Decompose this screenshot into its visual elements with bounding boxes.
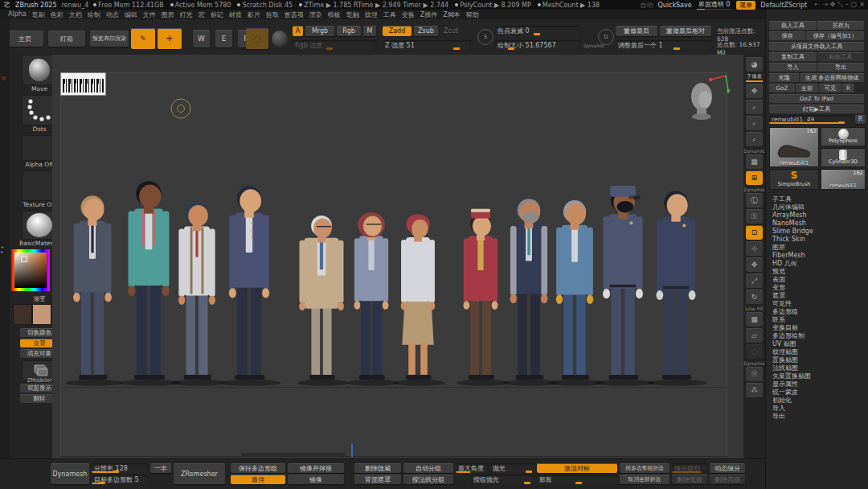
tool-panel-button-载入工具[interactable]: 载入工具 — [769, 21, 817, 30]
delete-hidden-button[interactable]: 删除隐藏 — [354, 463, 401, 473]
active-tool-thumbnail[interactable]: 162 renwubili1 — [769, 127, 819, 167]
maximize-icon[interactable]: ▢ — [851, 1, 858, 9]
menu-item-Alpha[interactable]: Alpha — [8, 10, 27, 19]
subpalette-置换贴图[interactable]: 置换贴图 — [766, 355, 868, 364]
subpalette-可见性[interactable]: 可见性 — [766, 299, 868, 307]
menu-item-文档[interactable]: 文档 — [69, 10, 82, 19]
delete-higher-button[interactable]: 删除高级 — [710, 475, 745, 484]
menu-item-绘制[interactable]: 绘制 — [88, 10, 100, 19]
tray-handle-marker[interactable] — [2, 76, 6, 80]
aa-half-icon[interactable]: ⌕ — [746, 132, 763, 146]
subpalette-变形[interactable]: 变形 — [766, 283, 868, 291]
subpalette-Slime Bridge[interactable]: Slime Bridge — [766, 227, 868, 235]
xpose-icon[interactable]: ⁂ — [746, 383, 763, 397]
subpalette-UV 贴图[interactable]: UV 贴图 — [766, 339, 868, 347]
mirror-and-weld-button[interactable]: 镜像并焊接 — [288, 463, 344, 473]
see-through-icon[interactable]: ▱ — [746, 328, 763, 343]
subpalette-法线贴图[interactable]: 法线贴图 — [766, 364, 868, 372]
menu-item-模板[interactable]: 模板 — [328, 10, 341, 19]
menu-item-灯光[interactable]: 灯光 — [180, 10, 193, 19]
dynamic-subdiv-button[interactable]: 动态细分 — [710, 463, 745, 473]
subpalette-HD 几何[interactable]: HD 几何 — [766, 259, 868, 267]
polish-slider[interactable]: 抛光 — [490, 463, 534, 473]
subpalette-矢量置换贴图[interactable]: 矢量置换贴图 — [766, 372, 868, 380]
backface-mask-button[interactable]: 背面遮罩 — [354, 475, 401, 484]
bpr-render-icon[interactable]: ◕ — [746, 57, 763, 72]
tool-panel-button-导出[interactable]: 导出 — [817, 63, 864, 72]
viewport-canvas[interactable] — [52, 55, 743, 458]
inflate-slider[interactable]: 膨胀 — [537, 475, 617, 484]
menu-item-笔触[interactable]: 笔触 — [346, 10, 359, 19]
redo-history-icon[interactable]: ⇢ — [822, 1, 828, 9]
menu-item-笔刷[interactable]: 笔刷 — [32, 10, 45, 19]
menu-item-帮助[interactable]: 帮助 — [466, 10, 479, 19]
sculptris-pro-button[interactable]: ◌ — [246, 28, 268, 49]
secondary-color-swatch[interactable] — [32, 304, 51, 325]
subpalette-导入[interactable]: 导入 — [766, 404, 868, 412]
scale-gizmo-button[interactable]: E — [215, 30, 232, 47]
minimize-icon[interactable]: – — [845, 1, 849, 9]
tool-panel-button-可见[interactable]: 可见 — [819, 84, 841, 92]
tool-slider-r-button[interactable]: R — [855, 115, 866, 124]
activate-symmetry-button[interactable]: 激活对称 — [537, 463, 617, 473]
menu-item-文件[interactable]: 文件 — [143, 10, 156, 19]
zremesher-button[interactable]: ZRemesher — [174, 463, 225, 484]
menu-item-Z插件[interactable]: Z插件 — [420, 10, 437, 19]
ghost-transparency-icon[interactable]: ◌ — [746, 344, 763, 359]
subpalette-几何体编辑[interactable]: 几何体编辑 — [766, 203, 868, 211]
material-preview-icon[interactable] — [272, 31, 288, 47]
subpalette-联系[interactable]: 联系 — [766, 315, 868, 323]
move-view-icon[interactable]: ✥ — [746, 257, 763, 272]
channel-a-button[interactable]: A — [293, 26, 303, 36]
color-picker-cursor[interactable] — [21, 256, 27, 262]
menu-item-纹理[interactable]: 纹理 — [365, 10, 378, 19]
draw-pointer-button[interactable]: ✛ — [158, 28, 182, 49]
menu-toggle-button[interactable]: 菜单 — [736, 1, 755, 10]
max-angle-slider[interactable]: 最大角度 — [456, 463, 488, 473]
menu-item-标记[interactable]: 标记 — [211, 10, 223, 19]
focal-falloff-slider[interactable]: 焦点衰减 0 — [495, 26, 580, 35]
subpalette-显示属性[interactable]: 显示属性 — [766, 380, 868, 388]
scale-view-icon[interactable]: ⤢ — [746, 273, 763, 288]
tool-panel-button-生成 多边形网格物体[interactable]: 生成 多边形网格物体 — [800, 73, 864, 82]
character-blue-suit-yellow-gloves[interactable] — [548, 200, 604, 386]
mrgb-button[interactable]: Mrgb — [305, 26, 334, 36]
floor-grid-icon[interactable]: ⊞ — [746, 171, 763, 185]
subpalette-Thick Skin[interactable]: Thick Skin — [766, 235, 868, 243]
polyframe-icon[interactable]: ▦ — [746, 312, 763, 327]
tool-scale-slider[interactable]: renwubili1. 49 — [769, 115, 853, 124]
subpalette-导出[interactable]: 导出 — [766, 412, 868, 420]
subpalette-预览[interactable]: 预览 — [766, 267, 868, 275]
zoom3d-icon[interactable]: ⌕ — [746, 100, 763, 114]
group-by-normals-button[interactable]: 按法线分组 — [403, 475, 453, 484]
character-officer-flat-cap[interactable] — [595, 186, 654, 386]
best-button[interactable]: 最佳 — [231, 475, 285, 484]
subpalette-初始化[interactable]: 初始化 — [766, 396, 868, 404]
subdivision-level-slider[interactable]: 细分级别 — [672, 463, 707, 473]
solo-icon[interactable]: ☉ — [746, 367, 763, 381]
rgb-intensity-slider[interactable]: Rgb 强度 — [293, 40, 376, 50]
scroll-doc-icon[interactable]: ✥ — [746, 84, 763, 98]
tool-panel-button-GoZ To iPad[interactable]: GoZ To iPad — [769, 94, 864, 103]
menu-item-材质[interactable]: 材质 — [229, 10, 242, 19]
subpalette-统一蒙皮[interactable]: 统一蒙皮 — [766, 388, 868, 396]
character-woman-headscarf[interactable] — [394, 214, 445, 386]
character-vest-bartender[interactable] — [502, 199, 559, 386]
subpalette-图层[interactable]: 图层 — [766, 243, 868, 251]
menu-item-变换[interactable]: 变换 — [402, 10, 415, 19]
character-officer-navy-uniform[interactable] — [648, 191, 706, 386]
tool-panel-button-保存（编号加1）[interactable]: 保存（编号加1） — [806, 31, 864, 40]
zadd-button[interactable]: Zadd — [383, 26, 411, 36]
edit-object-button[interactable]: ✎ — [131, 28, 155, 49]
zcut-button[interactable]: Zcut — [440, 26, 461, 36]
m-button[interactable]: M — [363, 26, 376, 36]
character-navy-coat-man[interactable] — [220, 186, 280, 386]
color-picker[interactable] — [11, 249, 50, 291]
subpalette-FiberMesh[interactable]: FiberMesh — [766, 251, 868, 259]
character-suspenders-clerk[interactable] — [171, 202, 227, 386]
tool-panel-button-GoZ[interactable]: GoZ — [769, 84, 795, 92]
frame-mesh-icon[interactable]: ⊡ — [746, 225, 763, 240]
menu-item-动态[interactable]: 动态 — [106, 10, 119, 19]
undo-history-icon[interactable]: ⇠ — [814, 1, 820, 9]
zsub-button[interactable]: Zsub — [414, 26, 438, 36]
